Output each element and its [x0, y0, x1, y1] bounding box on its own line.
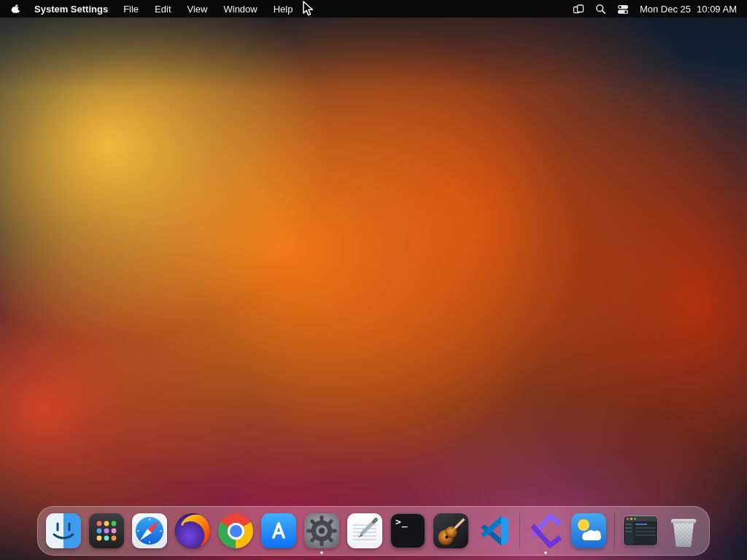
weather-icon [571, 513, 606, 548]
menu-file[interactable]: File [115, 4, 147, 15]
thumbnail-zoom-dot [634, 518, 636, 520]
dock-item-visual-studio[interactable] [527, 512, 565, 550]
clock-time: 10:09 AM [697, 4, 737, 15]
menu-bar-status: Mon Dec 25 10:09 AM [573, 4, 737, 15]
menu-bar-left: System Settings File Edit View Window He… [10, 3, 301, 15]
dock-item-vscode[interactable] [475, 512, 513, 550]
dock-separator [519, 513, 520, 549]
thumbnail-min-dot [630, 518, 632, 520]
dock-separator [614, 513, 615, 549]
apple-menu[interactable] [10, 3, 27, 15]
dock-item-launchpad[interactable] [88, 512, 125, 550]
menu-bar-clock[interactable]: Mon Dec 25 10:09 AM [640, 4, 737, 15]
menu-view[interactable]: View [179, 4, 216, 15]
dock-item-safari[interactable] [131, 512, 169, 550]
apple-icon [10, 3, 21, 15]
thumbnail-body [624, 521, 657, 545]
chrome-icon [218, 513, 253, 548]
desktop-wallpaper [0, 0, 747, 560]
textedit-icon [347, 513, 382, 548]
dock-container: >_ [0, 506, 747, 556]
thumbnail-titlebar [624, 516, 657, 521]
dock-item-chrome[interactable] [217, 512, 255, 550]
finder-icon [46, 513, 81, 548]
running-indicator [544, 551, 547, 554]
chrome-icon-center [230, 525, 242, 537]
spotlight-search-icon[interactable] [595, 4, 606, 15]
safari-icon [132, 513, 167, 548]
visual-studio-icon [528, 513, 563, 548]
system-settings-icon [304, 513, 339, 548]
running-indicator [320, 551, 323, 554]
control-center-icon[interactable] [617, 4, 629, 15]
thumbnail-sidebar [624, 521, 633, 545]
firefox-icon [175, 513, 210, 548]
dock-item-minimized-window[interactable] [622, 512, 659, 550]
minimized-window-thumbnail [624, 516, 657, 545]
launchpad-icon [89, 513, 124, 548]
menu-help[interactable]: Help [266, 4, 301, 15]
terminal-icon: >_ [390, 513, 425, 548]
dock-item-trash[interactable] [665, 512, 703, 550]
dock-item-app-store[interactable] [260, 512, 298, 550]
clock-date: Mon Dec 25 [640, 4, 691, 15]
dock-item-finder[interactable] [44, 512, 82, 550]
dock-item-system-settings[interactable] [303, 512, 341, 550]
vscode-icon [476, 513, 511, 548]
menu-bar: System Settings File Edit View Window He… [0, 0, 747, 18]
menu-window[interactable]: Window [215, 4, 265, 15]
menu-edit[interactable]: Edit [147, 4, 179, 15]
dock-item-terminal[interactable]: >_ [389, 512, 427, 550]
window-stack-icon[interactable] [573, 4, 584, 15]
thumbnail-close-dot [627, 518, 629, 520]
thumbnail-content [633, 521, 657, 545]
dock-item-garageband[interactable] [432, 512, 470, 550]
active-app-name[interactable]: System Settings [27, 4, 115, 15]
dock-item-firefox[interactable] [174, 512, 212, 550]
terminal-prompt-glyph: >_ [395, 516, 409, 527]
dock-item-textedit[interactable] [346, 512, 384, 550]
dock: >_ [37, 506, 710, 556]
dock-item-weather[interactable] [570, 512, 608, 550]
garageband-icon [433, 513, 468, 548]
app-store-icon [261, 513, 296, 548]
trash-icon [666, 513, 701, 548]
